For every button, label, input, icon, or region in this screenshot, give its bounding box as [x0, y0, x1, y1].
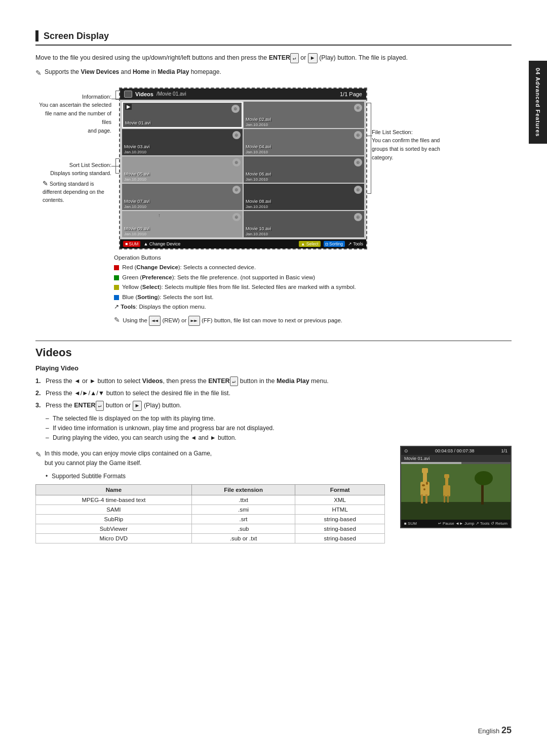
table-row: SAMI .smi HTML — [36, 505, 385, 514]
vp-filename: Movie 01.avi — [401, 455, 511, 462]
step-2: 2. Press the ◄/►/▲/▼ button to select th… — [35, 388, 512, 398]
note-game-icon: ✎ — [35, 449, 42, 460]
op-yellow: Yellow (Select): Selects multiple files … — [114, 282, 512, 292]
op-red: Red (Change Device): Selects a connected… — [114, 263, 512, 273]
svg-point-15 — [426, 482, 428, 485]
td-ext-3: .srt — [191, 514, 295, 524]
footer-english: English — [478, 727, 500, 735]
cell-label-7: Movie 07.avi — [124, 199, 241, 204]
op-buttons-list: Red (Change Device): Selects a connected… — [114, 263, 512, 326]
vp-page: 1/1 — [501, 448, 507, 453]
subtitle-table-area: ✎ In this mode, you can enjoy movie clip… — [35, 446, 385, 543]
dash-item-1: The selected file is displayed on the to… — [46, 414, 512, 424]
td-name-1: MPEG-4 time-based text — [36, 495, 192, 505]
playing-video-title: Playing Video — [35, 364, 512, 372]
cell-date-2: Jan.10.2010 — [246, 122, 362, 127]
vp-footer-left: ■ SUM — [404, 521, 417, 526]
svg-point-16 — [423, 488, 425, 490]
cell-icon-4: ⊕ — [354, 131, 362, 139]
step-3-num: 3. — [35, 400, 41, 410]
file-list-annotation: File List Section: You can confirm the f… — [372, 128, 473, 162]
cell-date-3: Jan.10.2010 — [124, 150, 241, 154]
vp-time: 00:04:03 / 00:07:38 — [435, 448, 475, 453]
screen-diagram: Information: You can ascertain the selec… — [35, 88, 512, 249]
sort-bracket — [115, 158, 120, 174]
td-name-4: SubViewer — [36, 524, 192, 533]
cell-icon-8: ⊕ — [354, 186, 362, 194]
note-game-text: In this mode, you can enjoy movie clips … — [45, 449, 212, 468]
giraffe-scene — [401, 464, 511, 520]
btn-change-device: ▲ Change Device — [143, 241, 180, 246]
giraffe-svg — [401, 464, 511, 520]
btn-tools: ↗ Tools — [348, 241, 363, 246]
video-preview: ⊙ 00:04:03 / 00:07:38 1/1 Movie 01.avi — [400, 446, 512, 528]
info-bracket — [115, 91, 120, 100]
cell-icon-3: ⊕ — [232, 131, 241, 139]
op-buttons-label: Operation Buttons — [114, 255, 512, 261]
cell-date-9: Jan.10.2010 — [124, 232, 241, 236]
table-row: MPEG-4 time-based text .ttxt XML — [36, 495, 385, 505]
tv-cell-2: ⊕ Movie 02.avi Jan.10.2010 — [244, 102, 364, 128]
svg-rect-12 — [444, 495, 445, 502]
tv-section-label: Videos — [135, 91, 153, 97]
td-ext-4: .sub — [191, 524, 295, 533]
color-red — [114, 265, 119, 270]
op-tools: ↗ Tools: Displays the option menu. — [114, 302, 512, 312]
cell-date-10: Jan.10.2010 — [246, 232, 362, 236]
vp-icon: ⊙ — [404, 448, 408, 453]
cell-icon-2: ⊕ — [354, 104, 362, 112]
vp-body — [401, 464, 511, 520]
note-icon: ✎ — [35, 67, 42, 78]
cell-icon-9: ⊕ — [232, 213, 241, 221]
tv-screen-header: Videos /Movie 01.avi 1/1 Page — [120, 89, 366, 100]
td-ext-1: .ttxt — [191, 495, 295, 505]
tv-screen-mockup: Videos /Movie 01.avi 1/1 Page ▶ ⊕ Movie … — [119, 88, 367, 249]
svg-point-3 — [475, 471, 493, 485]
op-arrow: ↑ — [158, 213, 161, 218]
tv-cell-5: ⊕ Movie 05.avi Jan.10.2010 — [122, 156, 243, 183]
td-name-3: SubRip — [36, 514, 192, 524]
th-format: Format — [295, 484, 385, 495]
cell-label-9: Movie 09.avi — [124, 226, 241, 232]
td-fmt-2: HTML — [295, 505, 385, 514]
cell-date-8: Jan.10.2010 — [246, 204, 362, 209]
th-extension: File extension — [191, 484, 295, 495]
svg-rect-13 — [447, 495, 449, 502]
tv-cell-1: ▶ ⊕ Movie 01.avi — [122, 102, 243, 128]
table-header-row: Name File extension Format — [36, 484, 385, 495]
svg-rect-11 — [444, 474, 449, 478]
dash-item-2: If video time information is unknown, pl… — [46, 424, 512, 433]
cell-label-4: Movie 04.avi — [246, 144, 362, 150]
svg-rect-10 — [445, 477, 448, 486]
steps-list: 1. Press the ◄ or ► button to select Vid… — [35, 376, 512, 411]
cell-label-2: Movie 02.avi — [246, 117, 362, 122]
svg-rect-9 — [443, 485, 450, 496]
td-name-5: Micro DVD — [36, 533, 192, 543]
cell-label-10: Movie 10.avi — [246, 226, 362, 232]
cell-date-6: Jan.10.2010 — [246, 177, 362, 182]
cell-icon-10: ⊕ — [354, 213, 362, 221]
table-body: MPEG-4 time-based text .ttxt XML SAMI .s… — [36, 495, 385, 543]
cell-date-7: Jan.10.2010 — [124, 204, 241, 209]
cell-icon-1: ⊕ — [231, 105, 240, 113]
videos-bottom: ✎ In this mode, you can enjoy movie clip… — [35, 446, 512, 543]
op-rew-ff: ✎ Using the ◄◄ (REW) or ►► (FF) button, … — [114, 314, 512, 326]
cell-date-5: Jan.10.2010 — [124, 177, 241, 182]
screen-display-title: Screen Display — [44, 31, 109, 41]
cell-icon-6: ⊕ — [354, 158, 362, 166]
tv-cell-3: ⊕ Movie 03.avi Jan.10.2010 — [122, 129, 243, 155]
op-green: Green (Preference): Sets the file prefer… — [114, 273, 512, 283]
btn-select: ▲ Select — [299, 241, 320, 247]
color-yellow — [114, 285, 119, 290]
svg-rect-5 — [423, 472, 427, 484]
tv-cell-9: ⊕ Movie 09.avi Jan.10.2010 — [122, 211, 243, 237]
td-fmt-4: string-based — [295, 524, 385, 533]
bullet-list: Supported Subtitle Formats — [46, 472, 385, 481]
step-1: 1. Press the ◄ or ► button to select Vid… — [35, 376, 512, 387]
tv-video-icon — [124, 91, 132, 98]
sort-note: ✎ Sorting standard isdifferent depending… — [43, 179, 104, 204]
intro-paragraph: Move to the file you desired using the u… — [35, 53, 501, 63]
operation-buttons-section: Operation Buttons Red (Change Device): S… — [114, 255, 512, 326]
cell-icon-7: ⊕ — [232, 186, 241, 194]
tv-cell-6: ⊕ Movie 06.avi Jan.10.2010 — [244, 156, 364, 183]
